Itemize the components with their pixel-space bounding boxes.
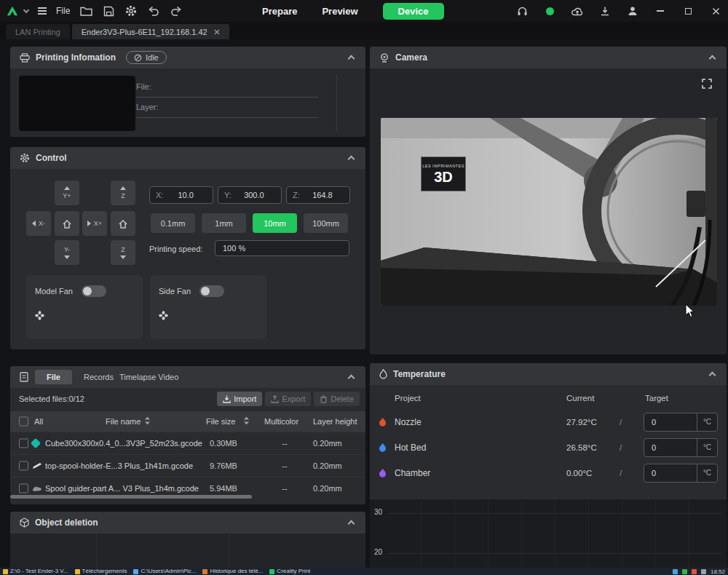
jog-z-down-button[interactable]: Z — [111, 240, 135, 265]
grid-divider — [96, 534, 97, 569]
tray-icon[interactable] — [673, 569, 678, 574]
collapse-chevron-icon[interactable] — [709, 372, 716, 379]
support-headset-icon[interactable] — [515, 4, 529, 17]
taskbar-item[interactable]: Creality Print — [269, 568, 310, 575]
row-checkbox[interactable] — [19, 461, 28, 471]
x-position-input[interactable]: X: 10.0 — [149, 186, 213, 204]
folder-icon — [3, 569, 8, 574]
printing-speed-input[interactable]: 100 % — [215, 240, 349, 256]
taskbar-item[interactable]: Z:\0 - Test Ender-3 V... — [3, 568, 68, 575]
chamber-target-input[interactable]: 0 °C — [644, 464, 718, 483]
side-fan-toggle[interactable] — [199, 285, 224, 297]
taskbar-clock[interactable]: 18:52 — [711, 568, 725, 575]
file-layer-height: 0.20mm — [313, 439, 342, 448]
temp-row-hotbed: Hot Bed 26.58°C / 0 °C — [370, 437, 727, 459]
col-file-name[interactable]: File name — [106, 417, 141, 426]
creality-print-icon — [269, 569, 274, 574]
col-all: All — [34, 417, 43, 426]
step-10mm-button[interactable]: 10mm — [253, 213, 297, 233]
gcode-file-icon — [32, 462, 42, 469]
close-button[interactable] — [709, 4, 722, 17]
status-badge: Idle — [126, 51, 167, 64]
fullscreen-icon[interactable] — [702, 79, 712, 92]
jog-y-minus-button[interactable]: Y- — [55, 240, 79, 265]
sort-name-icon[interactable] — [145, 417, 150, 427]
taskbar-item[interactable]: C:\Users\Admin\Pic... — [133, 568, 196, 575]
folder-icon — [75, 569, 80, 574]
file-row[interactable]: top-spool-holder-E...3 Plus_1h41m.gcode … — [10, 454, 365, 477]
y-position-input[interactable]: Y: 300.0 — [218, 186, 282, 204]
step-1mm-button[interactable]: 1mm — [202, 213, 246, 233]
chevron-down-icon[interactable] — [23, 7, 29, 13]
export-button[interactable]: Export — [265, 392, 311, 406]
file-multicolor: -- — [264, 461, 305, 470]
file-row[interactable]: Cube300x300x0.4_0...3V3P_52m23s.gcode 0.… — [10, 432, 365, 454]
jog-x-plus-button[interactable]: X+ — [82, 211, 107, 236]
step-0p1mm-button[interactable]: 0.1mm — [151, 213, 195, 233]
collapse-chevron-icon[interactable] — [348, 156, 355, 163]
save-icon[interactable] — [102, 4, 115, 17]
model-fan-toggle[interactable] — [82, 285, 106, 297]
collapse-chevron-icon[interactable] — [348, 520, 355, 528]
tab-records[interactable]: Records — [84, 373, 114, 381]
row-checkbox[interactable] — [19, 439, 28, 448]
tab-lan-printing[interactable]: LAN Printing — [6, 24, 70, 39]
col-file-size[interactable]: File size — [206, 417, 235, 426]
maximize-button[interactable] — [681, 4, 695, 17]
tab-file[interactable]: File — [35, 370, 72, 384]
step-100mm-button[interactable]: 100mm — [304, 213, 348, 233]
settings-gear-icon[interactable] — [124, 4, 138, 17]
jog-y-plus-button[interactable]: Y+ — [55, 181, 79, 205]
jog-x-minus-button[interactable]: X- — [26, 211, 51, 236]
import-button[interactable]: Import — [217, 392, 262, 406]
gcode-file-icon — [32, 440, 39, 447]
minimize-button[interactable] — [654, 4, 667, 17]
home-z-button[interactable] — [111, 211, 135, 236]
cloud-upload-icon[interactable] — [571, 4, 584, 17]
menu-icon[interactable] — [38, 6, 47, 16]
collapse-chevron-icon[interactable] — [348, 375, 355, 382]
undo-icon[interactable] — [147, 4, 160, 17]
creality-logo-icon[interactable] — [6, 4, 19, 17]
collapse-chevron-icon[interactable] — [709, 55, 716, 63]
tray-icon[interactable] — [682, 569, 687, 574]
printing-speed-label: Printing speed: — [149, 245, 202, 253]
tab-device[interactable]: Device — [383, 3, 444, 20]
collapse-chevron-icon[interactable] — [348, 55, 355, 63]
file-menu[interactable]: File — [56, 6, 70, 16]
sort-size-icon[interactable] — [244, 417, 249, 427]
user-account-icon[interactable] — [626, 4, 639, 17]
tray-icon[interactable] — [692, 569, 697, 574]
horizontal-scrollbar[interactable] — [10, 495, 252, 499]
delete-button[interactable]: Delete — [314, 392, 360, 406]
taskbar-item[interactable]: Historique des télé... — [202, 568, 263, 575]
tab-prepare[interactable]: Prepare — [262, 6, 297, 17]
tab-timelapse-video[interactable]: Timelapse Video — [119, 373, 178, 381]
idle-prohibit-icon — [134, 54, 142, 62]
tab-preview[interactable]: Preview — [322, 6, 357, 17]
jog-z-up-button[interactable]: Z — [111, 181, 135, 205]
open-folder-icon[interactable] — [79, 4, 92, 17]
temp-current: 0.00°C — [566, 469, 592, 477]
select-all-checkbox[interactable] — [19, 417, 28, 427]
row-checkbox[interactable] — [19, 484, 28, 493]
z-position-input[interactable]: Z: 164.8 — [286, 186, 350, 204]
redo-icon[interactable] — [170, 4, 183, 17]
selected-files-count: Selected files:0/12 — [19, 394, 84, 403]
download-icon[interactable] — [598, 4, 612, 17]
nozzle-target-input[interactable]: 0 °C — [644, 413, 718, 432]
object-deletion-title: Object deletion — [35, 518, 98, 528]
target-value: 0 — [644, 443, 697, 452]
close-tab-icon[interactable] — [214, 28, 220, 36]
temperature-chart: 30 20 — [370, 499, 727, 575]
tray-icon[interactable] — [701, 569, 706, 574]
filament-status-icon[interactable] — [543, 4, 556, 17]
file-multicolor: -- — [264, 439, 305, 448]
file-value-underline — [136, 97, 318, 98]
hotbed-target-input[interactable]: 0 °C — [644, 438, 718, 457]
home-xy-button[interactable] — [55, 211, 79, 236]
tab-printer-device[interactable]: Ender3V3-Plus-6E11_192.168.1.42 — [72, 24, 229, 39]
jog-x-plus-label: X+ — [94, 220, 102, 227]
temp-name: Chamber — [395, 468, 430, 478]
taskbar-item[interactable]: Téléchargements — [75, 568, 127, 575]
